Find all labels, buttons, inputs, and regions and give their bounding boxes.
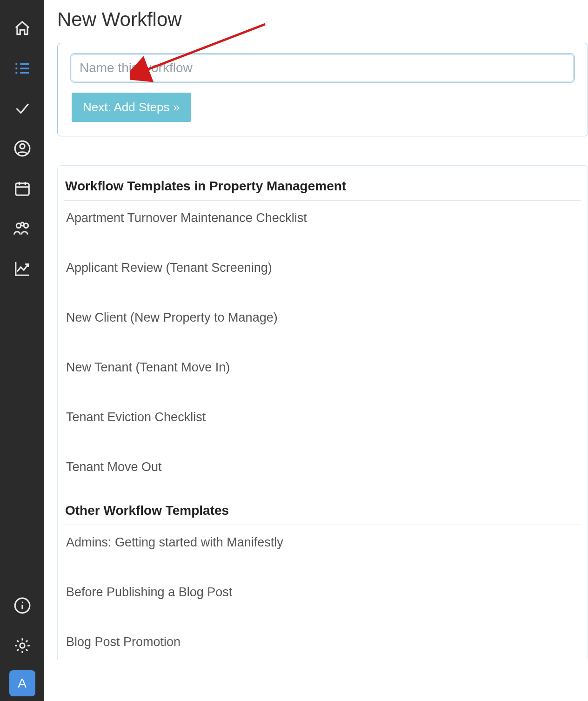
svg-point-1 <box>15 67 17 69</box>
team-icon <box>13 220 32 237</box>
gear-icon <box>13 637 31 654</box>
sidebar-info[interactable] <box>0 586 44 626</box>
template-item[interactable]: New Tenant (Tenant Move In) <box>64 350 581 385</box>
template-item[interactable]: Apartment Turnover Maintenance Checklist <box>64 201 581 236</box>
list-icon <box>13 60 31 77</box>
sidebar-profile[interactable] <box>0 128 44 169</box>
template-item[interactable]: Tenant Move Out <box>64 450 581 485</box>
sidebar: A <box>0 0 44 701</box>
sidebar-check[interactable] <box>0 88 44 128</box>
template-item[interactable]: Applicant Review (Tenant Screening) <box>64 250 581 285</box>
svg-point-0 <box>15 63 17 65</box>
check-icon <box>13 100 31 117</box>
sidebar-list[interactable] <box>0 48 44 88</box>
sidebar-team[interactable] <box>0 209 44 249</box>
avatar[interactable]: A <box>9 670 35 696</box>
templates-card: Workflow Templates in Property Managemen… <box>57 165 588 660</box>
sidebar-settings[interactable] <box>0 626 44 666</box>
avatar-letter: A <box>18 676 27 691</box>
sidebar-calendar[interactable] <box>0 169 44 209</box>
sidebar-analytics[interactable] <box>0 249 44 289</box>
template-item[interactable]: Admins: Getting started with Manifestly <box>64 525 581 560</box>
home-icon <box>13 20 31 37</box>
template-item[interactable]: Blog Post Promotion <box>64 625 581 660</box>
sidebar-bottom: A <box>0 586 44 701</box>
svg-point-17 <box>20 222 24 226</box>
calendar-icon <box>13 180 31 197</box>
workflow-name-input[interactable] <box>72 54 574 81</box>
templates-heading-other: Other Workflow Templates <box>64 499 581 525</box>
info-icon <box>13 597 31 614</box>
template-item[interactable]: Tenant Eviction Checklist <box>64 400 581 435</box>
sidebar-home[interactable] <box>0 8 44 48</box>
page-title: New Workflow <box>57 8 588 31</box>
main-content: New Workflow Next: Add Steps » Workflow … <box>44 0 588 668</box>
user-circle-icon <box>13 140 31 157</box>
svg-point-7 <box>20 144 24 148</box>
template-item[interactable]: New Client (New Property to Manage) <box>64 300 581 335</box>
svg-point-20 <box>21 602 23 603</box>
templates-heading-property-management: Workflow Templates in Property Managemen… <box>64 175 581 201</box>
svg-rect-8 <box>15 183 29 195</box>
next-add-steps-button[interactable]: Next: Add Steps » <box>72 93 191 122</box>
svg-point-21 <box>20 643 24 648</box>
chart-line-icon <box>13 260 31 277</box>
template-item[interactable]: Before Publishing a Blog Post <box>64 575 581 610</box>
new-workflow-card: Next: Add Steps » <box>57 43 588 136</box>
svg-point-2 <box>15 72 17 74</box>
